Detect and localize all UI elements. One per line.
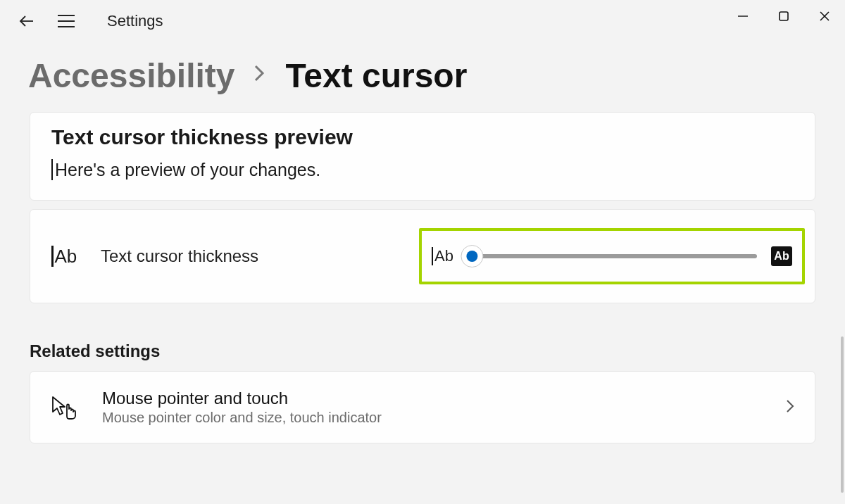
- slider-max-icon: Ab: [771, 246, 792, 266]
- preview-text-row: Here's a preview of your changes.: [51, 159, 794, 180]
- title-bar: Settings: [0, 0, 845, 42]
- app-title: Settings: [107, 12, 163, 30]
- thickness-label: Text cursor thickness: [101, 246, 258, 266]
- thickness-slider[interactable]: [468, 254, 757, 258]
- maximize-button[interactable]: [763, 0, 804, 32]
- pointer-touch-icon: [50, 395, 78, 420]
- caret-icon: [51, 159, 53, 180]
- slider-min-icon: Ab: [432, 247, 453, 265]
- hamburger-menu-button[interactable]: [56, 11, 76, 31]
- thickness-slider-card: Ab Text cursor thickness Ab Ab: [30, 209, 815, 303]
- thickness-preview-card: Text cursor thickness preview Here's a p…: [30, 112, 815, 201]
- related-settings-heading: Related settings: [30, 341, 815, 361]
- chevron-right-icon: [785, 398, 795, 417]
- slider-highlight-box: Ab Ab: [419, 228, 805, 284]
- breadcrumb-current: Text cursor: [285, 56, 467, 95]
- slider-thumb[interactable]: [461, 245, 483, 267]
- svg-rect-5: [780, 12, 788, 20]
- text-cursor-icon: Ab: [51, 246, 82, 267]
- mouse-pointer-touch-link[interactable]: Mouse pointer and touch Mouse pointer co…: [30, 371, 815, 443]
- breadcrumb: Accessibility Text cursor: [0, 42, 845, 112]
- window-controls: [722, 0, 845, 32]
- minimize-button[interactable]: [722, 0, 763, 32]
- back-button[interactable]: [17, 11, 37, 31]
- link-title: Mouse pointer and touch: [102, 389, 761, 408]
- scrollbar[interactable]: [841, 336, 844, 493]
- chevron-right-icon: [253, 61, 267, 91]
- preview-heading: Text cursor thickness preview: [51, 125, 794, 149]
- close-button[interactable]: [804, 0, 845, 32]
- breadcrumb-parent[interactable]: Accessibility: [28, 56, 234, 95]
- link-subtitle: Mouse pointer color and size, touch indi…: [102, 410, 761, 426]
- preview-text: Here's a preview of your changes.: [55, 160, 320, 180]
